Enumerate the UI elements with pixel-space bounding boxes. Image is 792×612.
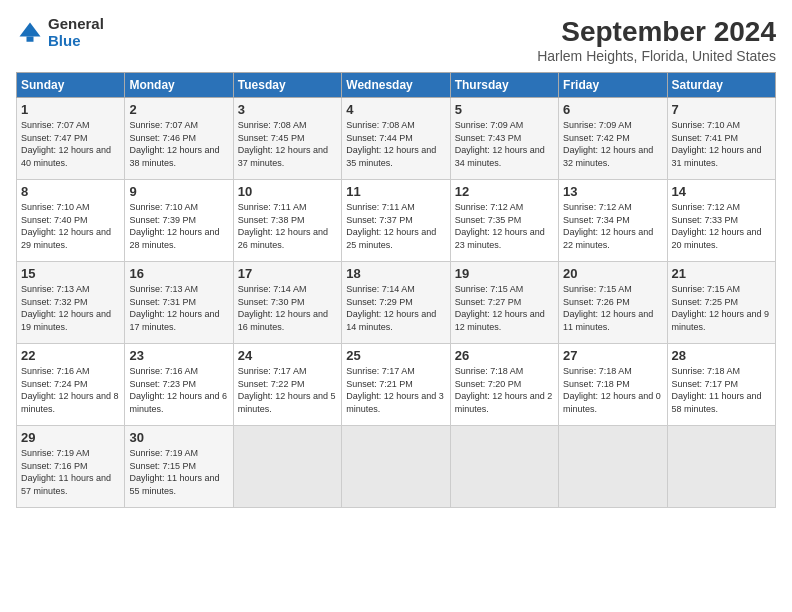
day-cell: 26 Sunrise: 7:18 AMSunset: 7:20 PMDaylig… bbox=[450, 344, 558, 426]
day-info: Sunrise: 7:13 AMSunset: 7:31 PMDaylight:… bbox=[129, 284, 219, 332]
day-number: 22 bbox=[21, 348, 120, 363]
day-cell bbox=[667, 426, 775, 508]
day-info: Sunrise: 7:12 AMSunset: 7:34 PMDaylight:… bbox=[563, 202, 653, 250]
logo-icon bbox=[16, 19, 44, 47]
day-number: 26 bbox=[455, 348, 554, 363]
week-row-5: 29 Sunrise: 7:19 AMSunset: 7:16 PMDaylig… bbox=[17, 426, 776, 508]
col-sunday: Sunday bbox=[17, 73, 125, 98]
day-cell: 21 Sunrise: 7:15 AMSunset: 7:25 PMDaylig… bbox=[667, 262, 775, 344]
logo-blue: Blue bbox=[48, 33, 104, 50]
page: General Blue September 2024 Harlem Heigh… bbox=[0, 0, 792, 612]
day-cell: 10 Sunrise: 7:11 AMSunset: 7:38 PMDaylig… bbox=[233, 180, 341, 262]
header-row: Sunday Monday Tuesday Wednesday Thursday… bbox=[17, 73, 776, 98]
day-info: Sunrise: 7:11 AMSunset: 7:38 PMDaylight:… bbox=[238, 202, 328, 250]
day-cell: 23 Sunrise: 7:16 AMSunset: 7:23 PMDaylig… bbox=[125, 344, 233, 426]
svg-rect-1 bbox=[27, 36, 34, 41]
day-cell: 17 Sunrise: 7:14 AMSunset: 7:30 PMDaylig… bbox=[233, 262, 341, 344]
week-row-2: 8 Sunrise: 7:10 AMSunset: 7:40 PMDayligh… bbox=[17, 180, 776, 262]
day-info: Sunrise: 7:11 AMSunset: 7:37 PMDaylight:… bbox=[346, 202, 436, 250]
day-info: Sunrise: 7:19 AMSunset: 7:16 PMDaylight:… bbox=[21, 448, 111, 496]
day-info: Sunrise: 7:16 AMSunset: 7:24 PMDaylight:… bbox=[21, 366, 119, 414]
day-number: 24 bbox=[238, 348, 337, 363]
day-cell: 16 Sunrise: 7:13 AMSunset: 7:31 PMDaylig… bbox=[125, 262, 233, 344]
day-number: 5 bbox=[455, 102, 554, 117]
svg-marker-0 bbox=[20, 22, 41, 36]
day-cell: 9 Sunrise: 7:10 AMSunset: 7:39 PMDayligh… bbox=[125, 180, 233, 262]
day-info: Sunrise: 7:08 AMSunset: 7:44 PMDaylight:… bbox=[346, 120, 436, 168]
day-number: 23 bbox=[129, 348, 228, 363]
logo-general: General bbox=[48, 16, 104, 33]
day-cell bbox=[233, 426, 341, 508]
day-cell: 7 Sunrise: 7:10 AMSunset: 7:41 PMDayligh… bbox=[667, 98, 775, 180]
day-number: 13 bbox=[563, 184, 662, 199]
day-cell bbox=[559, 426, 667, 508]
day-number: 11 bbox=[346, 184, 445, 199]
day-info: Sunrise: 7:15 AMSunset: 7:26 PMDaylight:… bbox=[563, 284, 653, 332]
col-tuesday: Tuesday bbox=[233, 73, 341, 98]
week-row-1: 1 Sunrise: 7:07 AMSunset: 7:47 PMDayligh… bbox=[17, 98, 776, 180]
logo: General Blue bbox=[16, 16, 104, 49]
calendar-title: September 2024 bbox=[537, 16, 776, 48]
day-number: 14 bbox=[672, 184, 771, 199]
day-info: Sunrise: 7:09 AMSunset: 7:42 PMDaylight:… bbox=[563, 120, 653, 168]
calendar-table: Sunday Monday Tuesday Wednesday Thursday… bbox=[16, 72, 776, 508]
day-number: 27 bbox=[563, 348, 662, 363]
day-cell: 13 Sunrise: 7:12 AMSunset: 7:34 PMDaylig… bbox=[559, 180, 667, 262]
day-cell: 19 Sunrise: 7:15 AMSunset: 7:27 PMDaylig… bbox=[450, 262, 558, 344]
day-cell: 18 Sunrise: 7:14 AMSunset: 7:29 PMDaylig… bbox=[342, 262, 450, 344]
day-info: Sunrise: 7:14 AMSunset: 7:29 PMDaylight:… bbox=[346, 284, 436, 332]
day-info: Sunrise: 7:13 AMSunset: 7:32 PMDaylight:… bbox=[21, 284, 111, 332]
day-info: Sunrise: 7:17 AMSunset: 7:21 PMDaylight:… bbox=[346, 366, 444, 414]
day-cell: 6 Sunrise: 7:09 AMSunset: 7:42 PMDayligh… bbox=[559, 98, 667, 180]
col-saturday: Saturday bbox=[667, 73, 775, 98]
header: General Blue September 2024 Harlem Heigh… bbox=[16, 16, 776, 64]
col-wednesday: Wednesday bbox=[342, 73, 450, 98]
day-cell: 14 Sunrise: 7:12 AMSunset: 7:33 PMDaylig… bbox=[667, 180, 775, 262]
day-cell: 4 Sunrise: 7:08 AMSunset: 7:44 PMDayligh… bbox=[342, 98, 450, 180]
day-number: 6 bbox=[563, 102, 662, 117]
day-info: Sunrise: 7:18 AMSunset: 7:17 PMDaylight:… bbox=[672, 366, 762, 414]
day-info: Sunrise: 7:10 AMSunset: 7:41 PMDaylight:… bbox=[672, 120, 762, 168]
day-number: 19 bbox=[455, 266, 554, 281]
day-cell: 29 Sunrise: 7:19 AMSunset: 7:16 PMDaylig… bbox=[17, 426, 125, 508]
day-number: 4 bbox=[346, 102, 445, 117]
day-info: Sunrise: 7:18 AMSunset: 7:18 PMDaylight:… bbox=[563, 366, 661, 414]
day-info: Sunrise: 7:14 AMSunset: 7:30 PMDaylight:… bbox=[238, 284, 328, 332]
week-row-4: 22 Sunrise: 7:16 AMSunset: 7:24 PMDaylig… bbox=[17, 344, 776, 426]
day-cell: 24 Sunrise: 7:17 AMSunset: 7:22 PMDaylig… bbox=[233, 344, 341, 426]
day-info: Sunrise: 7:19 AMSunset: 7:15 PMDaylight:… bbox=[129, 448, 219, 496]
day-number: 29 bbox=[21, 430, 120, 445]
day-cell: 25 Sunrise: 7:17 AMSunset: 7:21 PMDaylig… bbox=[342, 344, 450, 426]
day-number: 3 bbox=[238, 102, 337, 117]
day-number: 10 bbox=[238, 184, 337, 199]
day-info: Sunrise: 7:18 AMSunset: 7:20 PMDaylight:… bbox=[455, 366, 553, 414]
day-info: Sunrise: 7:09 AMSunset: 7:43 PMDaylight:… bbox=[455, 120, 545, 168]
day-cell: 12 Sunrise: 7:12 AMSunset: 7:35 PMDaylig… bbox=[450, 180, 558, 262]
day-number: 12 bbox=[455, 184, 554, 199]
day-cell: 30 Sunrise: 7:19 AMSunset: 7:15 PMDaylig… bbox=[125, 426, 233, 508]
day-number: 25 bbox=[346, 348, 445, 363]
title-block: September 2024 Harlem Heights, Florida, … bbox=[537, 16, 776, 64]
day-info: Sunrise: 7:15 AMSunset: 7:27 PMDaylight:… bbox=[455, 284, 545, 332]
day-cell: 8 Sunrise: 7:10 AMSunset: 7:40 PMDayligh… bbox=[17, 180, 125, 262]
day-info: Sunrise: 7:07 AMSunset: 7:46 PMDaylight:… bbox=[129, 120, 219, 168]
day-info: Sunrise: 7:17 AMSunset: 7:22 PMDaylight:… bbox=[238, 366, 336, 414]
day-cell: 2 Sunrise: 7:07 AMSunset: 7:46 PMDayligh… bbox=[125, 98, 233, 180]
day-number: 17 bbox=[238, 266, 337, 281]
col-friday: Friday bbox=[559, 73, 667, 98]
day-info: Sunrise: 7:10 AMSunset: 7:39 PMDaylight:… bbox=[129, 202, 219, 250]
day-cell: 3 Sunrise: 7:08 AMSunset: 7:45 PMDayligh… bbox=[233, 98, 341, 180]
day-number: 30 bbox=[129, 430, 228, 445]
col-monday: Monday bbox=[125, 73, 233, 98]
day-info: Sunrise: 7:12 AMSunset: 7:35 PMDaylight:… bbox=[455, 202, 545, 250]
day-cell: 28 Sunrise: 7:18 AMSunset: 7:17 PMDaylig… bbox=[667, 344, 775, 426]
day-number: 21 bbox=[672, 266, 771, 281]
day-cell: 5 Sunrise: 7:09 AMSunset: 7:43 PMDayligh… bbox=[450, 98, 558, 180]
day-cell: 15 Sunrise: 7:13 AMSunset: 7:32 PMDaylig… bbox=[17, 262, 125, 344]
day-number: 8 bbox=[21, 184, 120, 199]
day-info: Sunrise: 7:08 AMSunset: 7:45 PMDaylight:… bbox=[238, 120, 328, 168]
day-info: Sunrise: 7:10 AMSunset: 7:40 PMDaylight:… bbox=[21, 202, 111, 250]
day-number: 28 bbox=[672, 348, 771, 363]
week-row-3: 15 Sunrise: 7:13 AMSunset: 7:32 PMDaylig… bbox=[17, 262, 776, 344]
day-number: 16 bbox=[129, 266, 228, 281]
